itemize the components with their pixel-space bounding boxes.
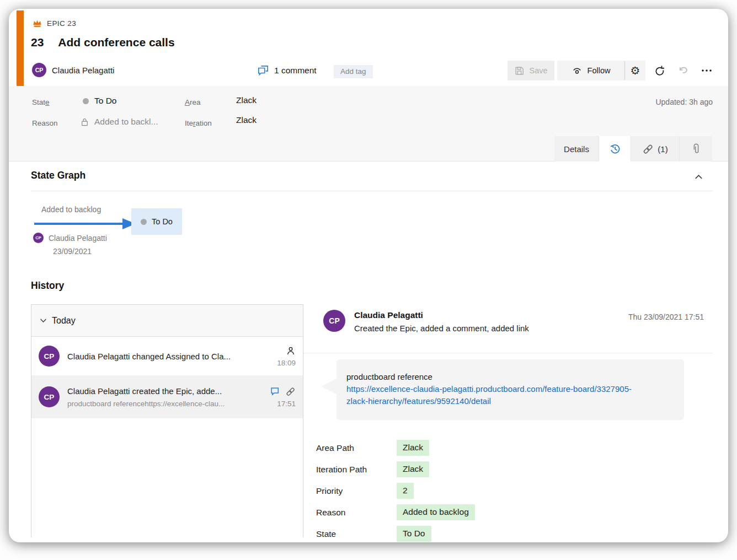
save-icon bbox=[514, 66, 525, 76]
history-item-title: Claudia Pelagatti created the Epic, adde… bbox=[67, 386, 263, 396]
history-item-time: 18:09 bbox=[277, 359, 296, 367]
paperclip-icon bbox=[691, 143, 702, 155]
tab-attachments[interactable] bbox=[679, 136, 712, 161]
gear-icon[interactable]: ⚙ bbox=[625, 61, 645, 80]
assignee-field[interactable]: CP Claudia Pelagatti bbox=[32, 63, 114, 77]
state-graph-title: State Graph bbox=[31, 170, 86, 181]
history-item-time: 17:51 bbox=[277, 400, 296, 408]
detail-author: Claudia Pelagatti bbox=[354, 310, 529, 320]
changed-field-row: Area Path Zlack bbox=[316, 439, 475, 456]
comment-icon bbox=[270, 387, 280, 396]
iteration-field-label: Iteration bbox=[185, 119, 212, 127]
field-label: Reason bbox=[316, 508, 397, 518]
comments-count: 1 comment bbox=[274, 66, 317, 76]
avatar: CP bbox=[323, 310, 345, 332]
work-item-type-label: EPIC 23 bbox=[47, 19, 76, 28]
save-button[interactable]: Save bbox=[508, 61, 554, 80]
tab-links[interactable]: (1) bbox=[631, 136, 679, 161]
detail-summary: Created the Epic, added a comment, added… bbox=[354, 324, 529, 333]
field-label: Iteration Path bbox=[316, 465, 397, 475]
work-item-id: 23 bbox=[31, 36, 44, 49]
field-band: State To Do Area Zlack Reason Added to b… bbox=[9, 86, 728, 161]
changed-field-row: Reason Added to backlog bbox=[316, 504, 475, 521]
changed-field-row: Priority 2 bbox=[316, 482, 475, 499]
link-icon bbox=[642, 143, 654, 155]
transition-arrow-icon bbox=[34, 217, 137, 230]
history-item-created[interactable]: CP Claudia Pelagatti created the Epic, a… bbox=[31, 375, 303, 418]
field-value: To Do bbox=[397, 526, 431, 542]
follow-button-group: Follow ⚙ bbox=[557, 61, 645, 80]
history-item-assigned[interactable]: CP Claudia Pelagatti changed Assigned to… bbox=[31, 337, 303, 375]
history-item-title: Claudia Pelagatti changed Assigned to Cl… bbox=[67, 352, 269, 361]
assignee-avatar: CP bbox=[32, 63, 46, 77]
field-label: Area Path bbox=[316, 443, 397, 453]
refresh-button[interactable] bbox=[649, 61, 670, 80]
field-value: Added to backlog bbox=[397, 504, 475, 520]
history-item-subtitle: productboard referencehttps://excellence… bbox=[67, 400, 263, 408]
transition-label: Added to backlog bbox=[41, 205, 101, 214]
reason-field-value: Added to backl... bbox=[81, 117, 158, 127]
field-value: 2 bbox=[397, 483, 414, 499]
avatar: CP bbox=[39, 386, 60, 407]
history-group-today[interactable]: Today bbox=[31, 305, 303, 337]
chevron-up-icon[interactable] bbox=[695, 174, 703, 180]
changed-fields-list: Area Path Zlack Iteration Path Zlack Pri… bbox=[316, 439, 475, 542]
add-tag-button[interactable]: Add tag bbox=[334, 65, 373, 78]
divider bbox=[31, 191, 713, 191]
author-avatar: CP bbox=[33, 233, 44, 243]
tab-details[interactable]: Details bbox=[554, 136, 599, 161]
avatar: CP bbox=[39, 346, 60, 367]
field-value: Zlack bbox=[397, 440, 429, 456]
crown-icon bbox=[32, 18, 42, 29]
area-field-label: Area bbox=[185, 98, 201, 106]
reason-field-label: Reason bbox=[32, 119, 58, 127]
state-field-value[interactable]: To Do bbox=[83, 96, 117, 106]
field-label: State bbox=[316, 529, 397, 539]
follow-icon bbox=[572, 66, 583, 76]
state-dot-icon bbox=[83, 98, 89, 104]
changed-field-row: State To Do bbox=[316, 525, 475, 542]
transition-date: 23/09/2021 bbox=[53, 247, 92, 256]
work-item-type: EPIC 23 bbox=[32, 18, 76, 29]
field-value: Zlack bbox=[397, 461, 429, 477]
tab-strip: Details (1) bbox=[554, 136, 712, 161]
author-name: Claudia Pelagatti bbox=[49, 234, 107, 243]
comments-link[interactable]: 1 comment bbox=[257, 65, 317, 76]
comment-link[interactable]: https://excellence-claudia-pelagatti.pro… bbox=[346, 383, 640, 407]
state-node-todo: To Do bbox=[131, 208, 182, 235]
chevron-down-icon bbox=[40, 318, 47, 323]
history-detail-header: CP Claudia Pelagatti Created the Epic, a… bbox=[303, 304, 713, 353]
state-field-label: State bbox=[32, 98, 50, 106]
assignee-name: Claudia Pelagatti bbox=[52, 66, 114, 75]
links-count: (1) bbox=[658, 144, 667, 154]
changed-field-row: Iteration Path Zlack bbox=[316, 461, 475, 478]
history-title: History bbox=[31, 280, 64, 292]
person-icon bbox=[286, 346, 296, 356]
updated-timestamp: Updated: 3h ago bbox=[655, 98, 713, 106]
save-label: Save bbox=[529, 66, 547, 75]
field-label: Priority bbox=[316, 486, 397, 496]
tab-history[interactable] bbox=[599, 136, 631, 161]
area-field-value[interactable]: Zlack bbox=[236, 95, 257, 105]
work-item-window: EPIC 23 23 Add conference calls CP Claud… bbox=[9, 9, 728, 542]
epic-color-bar bbox=[17, 10, 24, 86]
iteration-field-value[interactable]: Zlack bbox=[236, 115, 257, 125]
transition-author: CP Claudia Pelagatti bbox=[33, 233, 107, 243]
comment-text: productboard reference bbox=[346, 371, 671, 383]
follow-label: Follow bbox=[588, 66, 611, 75]
title-row: 23 Add conference calls bbox=[31, 36, 175, 49]
lock-icon bbox=[81, 117, 89, 127]
history-clock-icon bbox=[609, 143, 621, 155]
follow-button[interactable]: Follow bbox=[557, 61, 624, 80]
comment-bubble: productboard reference https://excellenc… bbox=[337, 359, 684, 420]
more-actions-button[interactable] bbox=[696, 61, 717, 80]
work-item-title[interactable]: Add conference calls bbox=[58, 36, 174, 49]
detail-timestamp: Thu 23/09/2021 17:51 bbox=[628, 310, 704, 353]
undo-button[interactable] bbox=[673, 61, 694, 80]
history-detail-panel: CP Claudia Pelagatti Created the Epic, a… bbox=[303, 304, 713, 542]
state-dot-icon bbox=[141, 219, 147, 225]
comments-icon bbox=[257, 65, 269, 76]
history-list-panel: Today CP Claudia Pelagatti changed Assig… bbox=[31, 304, 303, 537]
link-icon bbox=[285, 386, 296, 397]
